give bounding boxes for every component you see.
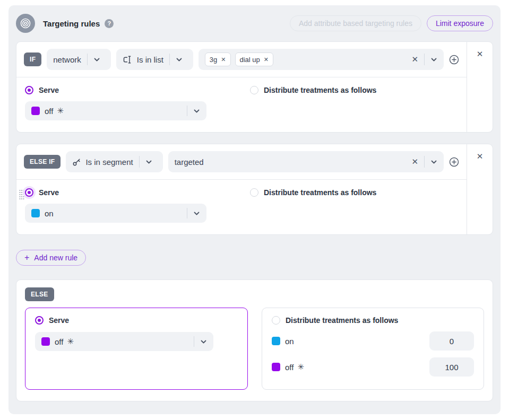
string-type-icon: [123, 56, 133, 64]
field-divider: [424, 156, 425, 168]
targeting-rules-page: Targeting rules ? Add attribute based ta…: [0, 0, 509, 420]
field-divider: [187, 106, 187, 116]
serve-options-row: Serve Distribute treatments as follows: [25, 86, 458, 94]
chevron-down-icon[interactable]: [193, 210, 200, 217]
field-divider: [194, 336, 194, 347]
clear-segment-icon[interactable]: ✕: [411, 157, 418, 167]
field-divider: [87, 54, 88, 65]
add-condition-icon[interactable]: [449, 157, 459, 167]
drag-handle[interactable]: [19, 189, 24, 200]
chevron-down-icon[interactable]: [176, 56, 183, 63]
chip-label: 3g: [210, 56, 217, 64]
segment-select[interactable]: targeted ✕: [168, 151, 444, 172]
distribute-option[interactable]: Distribute treatments as follows: [250, 188, 376, 197]
chevron-down-icon[interactable]: [430, 159, 437, 165]
segment-value: targeted: [175, 158, 204, 167]
limit-exposure-button[interactable]: Limit exposure: [427, 15, 493, 31]
serve-option[interactable]: Serve: [25, 86, 250, 94]
field-divider: [139, 156, 140, 168]
page-title: Targeting rules: [43, 19, 100, 28]
matcher-value: Is in segment: [85, 158, 133, 167]
rule-main: ELSE IF Is in segment: [16, 144, 467, 234]
distribute-label: Distribute treatments as follows: [264, 86, 376, 94]
treatment-color-swatch: [31, 209, 40, 217]
distribution-row: on: [272, 331, 474, 351]
condition-row: ELSE IF Is in segment: [16, 144, 467, 180]
treatment-color-swatch: [272, 363, 280, 371]
else-if-badge: ELSE IF: [24, 155, 61, 169]
percent-input[interactable]: [429, 357, 474, 377]
condition-row: IF network: [16, 42, 467, 77]
distribute-radio[interactable]: [250, 86, 258, 94]
distribute-label: Distribute treatments as follows: [286, 316, 398, 325]
treatment-select[interactable]: on: [25, 204, 206, 223]
rule-main: IF network: [16, 42, 467, 132]
remove-chip-icon[interactable]: ✕: [264, 56, 269, 63]
rule-side-column: ✕: [467, 42, 493, 132]
chevron-down-icon[interactable]: [193, 108, 200, 115]
add-rule-row: + Add new rule: [16, 250, 493, 266]
field-divider: [424, 54, 425, 65]
default-treatment-icon: ✳: [67, 337, 74, 346]
delete-rule-icon[interactable]: ✕: [477, 48, 484, 59]
distribute-label: Distribute treatments as follows: [264, 188, 376, 197]
treatment-name: off: [45, 107, 53, 116]
targeting-rules-panel: Targeting rules ? Add attribute based ta…: [8, 5, 501, 414]
add-new-rule-label: Add new rule: [34, 253, 77, 262]
treatment-name: on: [285, 337, 294, 346]
chevron-down-icon[interactable]: [200, 338, 207, 345]
distribute-radio[interactable]: [250, 188, 258, 197]
matcher-select[interactable]: Is in list: [116, 49, 193, 70]
distribution-row: off ✳: [272, 357, 474, 377]
matcher-select[interactable]: Is in segment: [66, 151, 162, 172]
rule-side-column: ✕: [467, 144, 493, 234]
attribute-value: network: [53, 55, 81, 64]
serve-radio[interactable]: [25, 86, 33, 94]
distribute-option[interactable]: Distribute treatments as follows: [272, 316, 474, 325]
matcher-value: Is in list: [137, 55, 163, 64]
add-condition-icon[interactable]: [449, 55, 459, 65]
field-divider: [169, 54, 170, 65]
rule-card-if: IF network: [16, 41, 493, 133]
treatment-select[interactable]: off ✳: [35, 332, 213, 351]
serve-radio[interactable]: [35, 316, 44, 325]
delete-rule-icon[interactable]: ✕: [477, 151, 484, 161]
treatment-name: on: [45, 209, 54, 218]
values-multiselect[interactable]: 3g ✕ dial up ✕ ✕: [199, 49, 444, 70]
key-icon: [72, 158, 81, 167]
else-boxes: Serve off ✳ Distribut: [25, 308, 484, 390]
chip-label: dial up: [240, 56, 260, 64]
plus-icon: +: [24, 253, 29, 262]
if-badge: IF: [24, 52, 41, 66]
value-chip: 3g ✕: [205, 52, 231, 66]
chevron-down-icon[interactable]: [430, 56, 437, 63]
treatment-color-swatch: [31, 107, 40, 115]
serve-label: Serve: [39, 188, 59, 197]
value-chip: dial up ✕: [235, 52, 274, 66]
remove-chip-icon[interactable]: ✕: [221, 56, 226, 63]
clear-values-icon[interactable]: ✕: [411, 55, 418, 64]
distribute-option[interactable]: Distribute treatments as follows: [250, 86, 376, 94]
serve-option[interactable]: Serve: [35, 316, 238, 325]
else-distribute-box[interactable]: Distribute treatments as follows on off …: [262, 308, 484, 390]
treatment-color-swatch: [272, 337, 280, 345]
add-attribute-rules-button: Add attribute based targeting rules: [290, 15, 421, 31]
attribute-select[interactable]: network: [47, 49, 111, 70]
serve-radio[interactable]: [25, 188, 33, 197]
chevron-down-icon[interactable]: [145, 159, 152, 165]
treatment-name: off: [285, 363, 294, 372]
treatment-select[interactable]: off ✳: [25, 101, 206, 120]
treatment-color-swatch: [41, 337, 50, 346]
else-serve-box[interactable]: Serve off ✳: [25, 308, 248, 390]
serve-label: Serve: [49, 316, 69, 325]
target-icon: [16, 14, 35, 33]
treatment-name: off: [55, 337, 63, 346]
percent-input[interactable]: [429, 331, 474, 351]
distribute-radio[interactable]: [272, 316, 280, 325]
serve-label: Serve: [39, 86, 59, 94]
add-new-rule-button[interactable]: + Add new rule: [16, 250, 86, 266]
serve-section: Serve Distribute treatments as follows o…: [16, 77, 467, 132]
serve-option[interactable]: Serve: [25, 188, 250, 197]
chevron-down-icon[interactable]: [93, 56, 100, 63]
help-icon[interactable]: ?: [105, 19, 114, 28]
